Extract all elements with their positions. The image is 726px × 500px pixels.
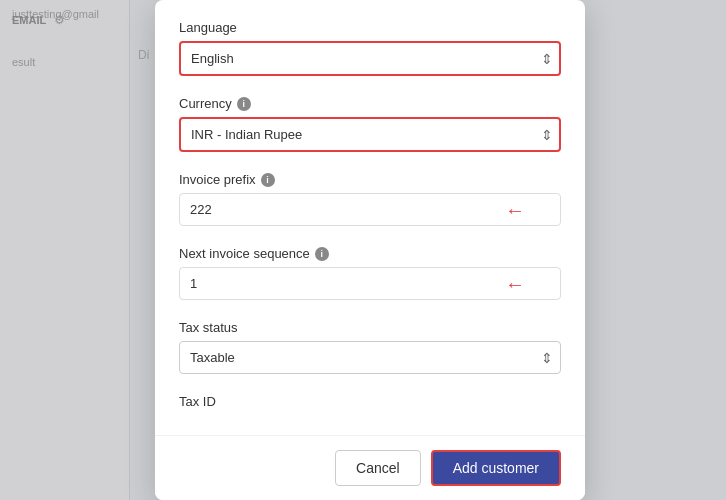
tax-status-label: Tax status bbox=[179, 320, 561, 335]
tax-status-field-group: Tax status Taxable Exempt None ⇕ bbox=[179, 320, 561, 374]
currency-label: Currency i bbox=[179, 96, 561, 111]
next-invoice-sequence-field-group: Next invoice sequence i ← bbox=[179, 246, 561, 300]
invoice-prefix-field-group: Invoice prefix i ← bbox=[179, 172, 561, 226]
next-invoice-sequence-wrapper: ← bbox=[179, 267, 561, 300]
next-invoice-sequence-input[interactable] bbox=[179, 267, 561, 300]
modal-footer: Cancel Add customer bbox=[155, 435, 585, 500]
modal-panel: Language English Spanish French ⇕ Curren… bbox=[155, 0, 585, 500]
invoice-prefix-input[interactable] bbox=[179, 193, 561, 226]
tax-id-field-group: Tax ID bbox=[179, 394, 561, 409]
invoice-prefix-info-icon[interactable]: i bbox=[261, 173, 275, 187]
currency-info-icon[interactable]: i bbox=[237, 97, 251, 111]
language-select-wrapper: English Spanish French ⇕ bbox=[179, 41, 561, 76]
tax-id-label: Tax ID bbox=[179, 394, 561, 409]
add-customer-button[interactable]: Add customer bbox=[431, 450, 561, 486]
currency-field-group: Currency i INR - Indian Rupee USD - US D… bbox=[179, 96, 561, 152]
currency-select[interactable]: INR - Indian Rupee USD - US Dollar EUR -… bbox=[179, 117, 561, 152]
tax-status-select-wrapper: Taxable Exempt None ⇕ bbox=[179, 341, 561, 374]
modal-body[interactable]: Language English Spanish French ⇕ Curren… bbox=[155, 0, 585, 435]
currency-select-wrapper: INR - Indian Rupee USD - US Dollar EUR -… bbox=[179, 117, 561, 152]
invoice-prefix-label: Invoice prefix i bbox=[179, 172, 561, 187]
language-field-group: Language English Spanish French ⇕ bbox=[179, 20, 561, 76]
language-select[interactable]: English Spanish French bbox=[179, 41, 561, 76]
language-label: Language bbox=[179, 20, 561, 35]
invoice-prefix-wrapper: ← bbox=[179, 193, 561, 226]
next-invoice-sequence-info-icon[interactable]: i bbox=[315, 247, 329, 261]
next-invoice-sequence-label: Next invoice sequence i bbox=[179, 246, 561, 261]
modal-overlay: Language English Spanish French ⇕ Curren… bbox=[0, 0, 726, 500]
cancel-button[interactable]: Cancel bbox=[335, 450, 421, 486]
tax-status-select[interactable]: Taxable Exempt None bbox=[179, 341, 561, 374]
